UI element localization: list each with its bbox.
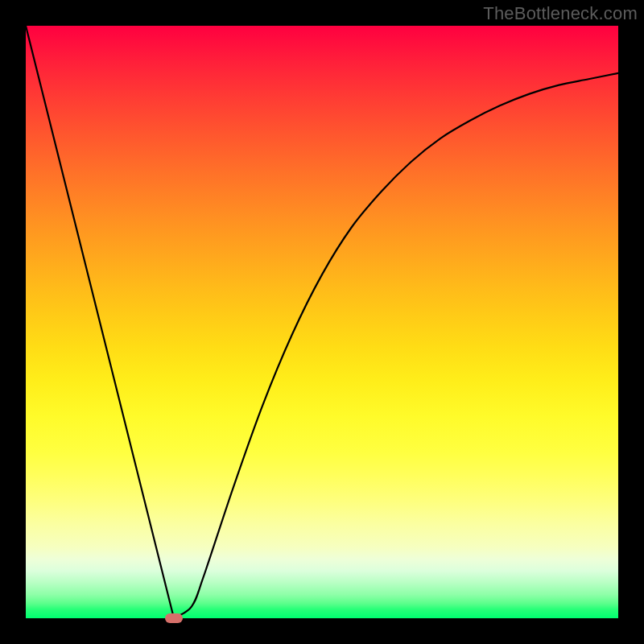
optimal-marker (165, 613, 183, 623)
bottleneck-curve (26, 26, 618, 618)
plot-area (26, 26, 618, 618)
chart-frame: TheBottleneck.com (0, 0, 644, 644)
watermark-text: TheBottleneck.com (483, 3, 638, 24)
